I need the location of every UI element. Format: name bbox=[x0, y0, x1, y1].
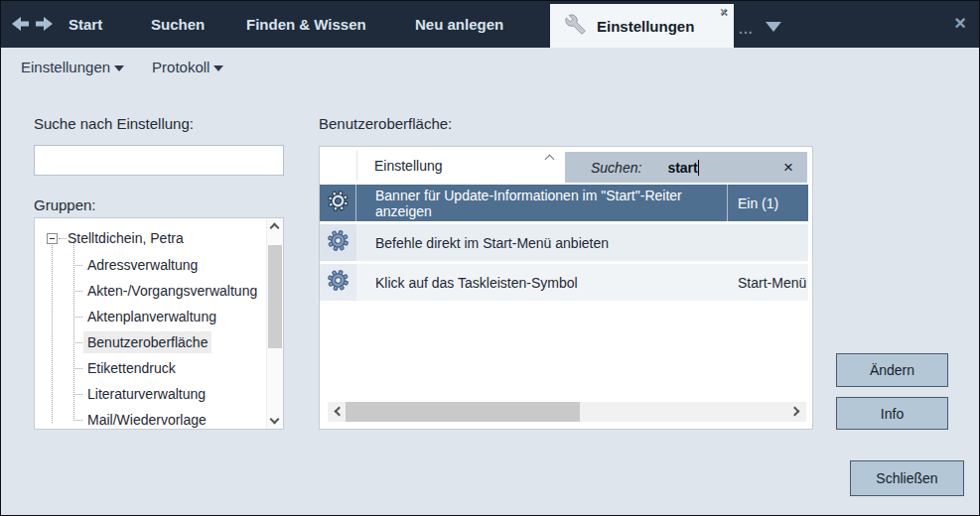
chevron-down-icon bbox=[114, 65, 124, 71]
scroll-left-icon[interactable] bbox=[335, 407, 345, 417]
tree-connector-line bbox=[52, 241, 53, 423]
tab-start[interactable]: Start bbox=[69, 1, 102, 48]
menu-einstellungen-label: Einstellungen bbox=[21, 59, 110, 75]
back-arrow-icon[interactable] bbox=[11, 16, 30, 32]
table-horizontal-scrollbar[interactable] bbox=[328, 402, 806, 422]
setting-value bbox=[728, 224, 808, 261]
column-header-einstellung[interactable]: Einstellung bbox=[374, 147, 443, 185]
tree-root-label: Stelltdichein, Petra bbox=[68, 230, 184, 246]
app-window: Start Suchen Finden & Wissen Neu anlegen… bbox=[0, 0, 980, 516]
setting-name: Befehle direkt im Start-Menü anbieten bbox=[356, 224, 728, 261]
table-row-befehle-startmenu[interactable]: Befehle direkt im Start-Menü anbieten bbox=[320, 224, 808, 261]
scroll-down-icon[interactable] bbox=[270, 415, 280, 425]
forward-arrow-icon[interactable] bbox=[35, 16, 54, 32]
chevron-down-icon bbox=[213, 65, 223, 71]
gear-icon bbox=[327, 269, 350, 296]
active-tab-label: Einstellungen bbox=[597, 18, 694, 35]
tree-item-akten-vorgangsverwaltung[interactable]: Akten-/Vorgangsverwaltung bbox=[83, 280, 261, 302]
tab-suchen[interactable]: Suchen bbox=[151, 1, 205, 48]
search-clear-icon[interactable]: × bbox=[783, 160, 793, 176]
setting-name: Banner für Update-Informationen im "Star… bbox=[356, 185, 728, 221]
scrollbar-thumb[interactable] bbox=[346, 402, 580, 422]
search-setting-input[interactable] bbox=[34, 145, 284, 176]
tree-item-aktenplanverwaltung[interactable]: Aktenplanverwaltung bbox=[83, 306, 220, 327]
column-divider bbox=[356, 151, 357, 181]
menu-einstellungen[interactable]: Einstellungen bbox=[21, 59, 124, 75]
wrench-icon bbox=[565, 14, 586, 39]
tree-vertical-scrollbar[interactable] bbox=[266, 218, 283, 429]
tree-item-mail-wiedervorlage[interactable]: Mail/Wiedervorlage bbox=[83, 409, 210, 430]
settings-table: Einstellung Suchen: start × Banner für U… bbox=[319, 146, 813, 430]
collapse-minus-icon[interactable] bbox=[47, 233, 58, 244]
groups-tree: Stelltdichein, Petra Adressverwaltung Ak… bbox=[34, 217, 284, 430]
tree-item-adressverwaltung[interactable]: Adressverwaltung bbox=[83, 254, 202, 276]
tab-dropdown-icon[interactable] bbox=[766, 22, 781, 32]
tree-item-benutzeroberflaeche-selected[interactable]: Benutzeroberfläche bbox=[83, 331, 211, 353]
groups-label: Gruppen: bbox=[34, 196, 96, 213]
gear-icon bbox=[327, 190, 350, 216]
setting-name: Klick auf das Taskleisten-Symbol bbox=[356, 264, 728, 301]
table-row-banner-update[interactable]: Banner für Update-Informationen im "Star… bbox=[320, 185, 808, 221]
menu-protokoll-label: Protokoll bbox=[152, 59, 210, 75]
table-search-value[interactable]: start bbox=[667, 160, 698, 176]
tree-item-etikettendruck[interactable]: Etikettendruck bbox=[83, 357, 180, 379]
tree-item-literaturverwaltung[interactable]: Literaturverwaltung bbox=[83, 383, 210, 405]
setting-value: Ein (1) bbox=[728, 185, 808, 221]
menu-protokoll[interactable]: Protokoll bbox=[152, 59, 223, 75]
schliessen-button[interactable]: Schließen bbox=[850, 460, 964, 496]
info-button[interactable]: Info bbox=[836, 397, 948, 430]
tab-neu-anlegen[interactable]: Neu anlegen bbox=[415, 1, 503, 48]
text-cursor bbox=[698, 160, 699, 176]
tree-root-item[interactable]: Stelltdichein, Petra bbox=[47, 227, 184, 249]
tab-bar: Start Suchen Finden & Wissen Neu anlegen… bbox=[1, 1, 979, 48]
tab-overflow-ellipsis[interactable]: ... bbox=[739, 21, 754, 37]
table-search-box[interactable]: Suchen: start × bbox=[565, 152, 807, 183]
menubar: Einstellungen Protokoll bbox=[21, 59, 223, 75]
table-search-label: Suchen: bbox=[591, 160, 641, 176]
scroll-up-icon[interactable] bbox=[270, 223, 280, 233]
section-label-benutzeroberflaeche: Benutzeroberfläche: bbox=[319, 115, 452, 132]
window-close-icon[interactable]: × bbox=[954, 12, 966, 34]
tab-finden-wissen[interactable]: Finden & Wissen bbox=[246, 1, 366, 48]
scrollbar-thumb[interactable] bbox=[268, 245, 282, 348]
gear-icon bbox=[327, 229, 350, 256]
table-row-klick-taskleiste[interactable]: Klick auf das Taskleisten-Symbol Start-M… bbox=[320, 264, 808, 301]
search-setting-label: Suche nach Einstellung: bbox=[34, 115, 194, 132]
sort-ascending-icon bbox=[545, 155, 555, 165]
tab-einstellungen-active[interactable]: Einstellungen × bbox=[550, 4, 734, 48]
tab-close-icon[interactable]: × bbox=[720, 5, 727, 19]
scroll-right-icon[interactable] bbox=[790, 407, 800, 417]
aendern-button[interactable]: Ändern bbox=[836, 353, 948, 387]
setting-value: Start-Menü bbox=[728, 264, 808, 301]
